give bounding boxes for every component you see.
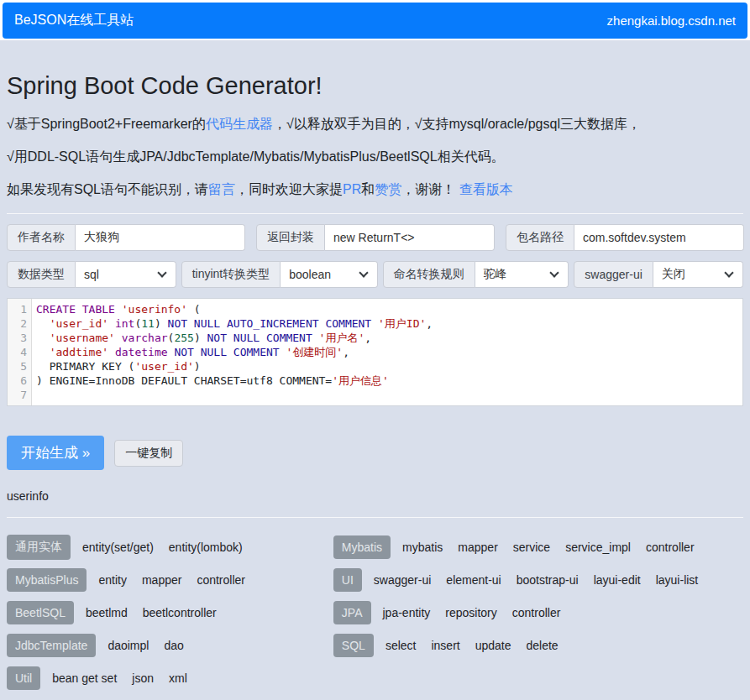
package-path-label: 包名路径 <box>506 224 574 251</box>
author-group: 作者名称 <box>7 224 245 251</box>
data-type-group: 数据类型sql <box>7 261 176 288</box>
generate-option-json[interactable]: json <box>132 671 154 685</box>
generate-option-insert[interactable]: insert <box>431 639 459 652</box>
form-row-2: 数据类型sqltinyint转换类型boolean命名转换规则驼峰swagger… <box>7 261 743 288</box>
chevron-down-icon <box>359 268 368 277</box>
code-line: CREATE TABLE 'userinfo' ( <box>36 302 742 316</box>
divider <box>7 517 743 518</box>
generate-option-select[interactable]: select <box>385 639 417 652</box>
group-badge-util[interactable]: Util <box>7 666 40 690</box>
generate-option-controller[interactable]: controller <box>512 606 561 619</box>
form-row-1: 作者名称返回封装包名路径 <box>7 224 743 251</box>
generate-option-bean-get-set[interactable]: bean get set <box>52 671 117 685</box>
generator-options-left: 通用实体entity(set/get)entity(lombok)Mybatis… <box>7 535 325 698</box>
generator-group: 通用实体entity(set/get)entity(lombok) <box>7 535 325 560</box>
chevron-down-icon <box>157 268 166 277</box>
generate-option-update[interactable]: update <box>475 639 511 652</box>
group-badge--[interactable]: 通用实体 <box>7 535 71 560</box>
generate-option-service-impl[interactable]: service_impl <box>565 541 631 554</box>
generate-option-entity-lombok-[interactable]: entity(lombok) <box>169 541 243 554</box>
top-navbar: BeJSON在线工具站 zhengkai.blog.csdn.net <box>3 3 747 39</box>
description-line-2: √用DDL-SQL语句生成JPA/JdbcTemplate/Mybatis/My… <box>7 144 743 169</box>
generate-option-layui-list[interactable]: layui-list <box>656 573 699 587</box>
generator-group: Utilbean get setjsonxml <box>7 666 325 691</box>
generate-option-xml[interactable]: xml <box>169 671 187 685</box>
return-wrapper-label: 返回封装 <box>256 224 325 251</box>
code-line: ) ENGINE=InnoDB DEFAULT CHARSET=utf8 COM… <box>36 374 742 388</box>
generate-option-mybatis[interactable]: mybatis <box>402 541 443 554</box>
description-text: ，谢谢！ <box>401 182 459 196</box>
generator-group: JPAjpa-entityrepositorycontroller <box>333 600 743 625</box>
description-text: 和 <box>361 182 375 196</box>
generator-group: UIswagger-uielement-uibootstrap-uilayui-… <box>333 567 743 593</box>
generate-option-mapper[interactable]: mapper <box>458 541 497 554</box>
tinyint-convert-type-select[interactable]: boolean <box>281 261 377 288</box>
generate-option-beetlcontroller[interactable]: beetlcontroller <box>143 606 217 619</box>
data-type-select[interactable]: sql <box>76 261 176 288</box>
generate-option-element-ui[interactable]: element-ui <box>446 573 501 587</box>
generate-option-bootstrap-ui[interactable]: bootstrap-ui <box>517 573 579 587</box>
author-label: 作者名称 <box>7 224 76 251</box>
generate-option-service[interactable]: service <box>513 541 550 554</box>
generate-option-swagger-ui[interactable]: swagger-ui <box>374 573 431 587</box>
generator-group: BeetlSQLbeetlmdbeetlcontroller <box>7 600 325 625</box>
author-input[interactable] <box>76 224 245 251</box>
group-badge-jpa[interactable]: JPA <box>333 601 371 624</box>
code-line: 'user_id' int(11) NOT NULL AUTO_INCREMEN… <box>36 316 742 331</box>
generate-option-jpa-entity[interactable]: jpa-entity <box>383 606 431 619</box>
divider <box>7 213 743 214</box>
generate-option-daoimpl[interactable]: daoimpl <box>108 639 149 652</box>
generate-option-mapper[interactable]: mapper <box>142 573 181 587</box>
data-type-label: 数据类型 <box>7 261 76 288</box>
table-tab-userinfo[interactable]: userinfo <box>7 489 49 503</box>
group-badge-sql[interactable]: SQL <box>333 634 374 657</box>
naming-rule-select[interactable]: 驼峰 <box>475 261 569 288</box>
package-path-group: 包名路径 <box>506 224 744 251</box>
code-lines: CREATE TABLE 'userinfo' ( 'user_id' int(… <box>32 299 742 405</box>
inline-link[interactable]: 查看版本 <box>459 182 513 196</box>
description-text: ，同时欢迎大家提 <box>235 182 343 196</box>
description-text: √基于SpringBoot2+Freemarker的 <box>7 117 206 131</box>
generate-option-beetlmd[interactable]: beetlmd <box>86 606 128 619</box>
page-title: Spring Boot Code Generator! <box>7 40 743 100</box>
description-text: 如果发现有SQL语句不能识别，请 <box>7 182 208 196</box>
generate-option-entity[interactable]: entity <box>98 573 126 587</box>
code-line <box>36 388 742 402</box>
package-path-input[interactable] <box>574 224 744 251</box>
generate-option-entity-set-get-[interactable]: entity(set/get) <box>82 541 154 554</box>
inline-link[interactable]: 留言 <box>208 182 235 196</box>
generate-option-dao[interactable]: dao <box>164 639 183 652</box>
group-badge-ui[interactable]: UI <box>333 568 362 592</box>
swagger-ui-select[interactable]: 关闭 <box>653 261 743 288</box>
generate-option-controller[interactable]: controller <box>646 541 695 554</box>
description-line-3: 如果发现有SQL语句不能识别，请留言，同时欢迎大家提PR和赞赏，谢谢！ 查看版本 <box>7 177 743 201</box>
inline-link[interactable]: 代码生成器 <box>206 117 273 131</box>
generate-option-controller[interactable]: controller <box>197 573 245 587</box>
data-type-selected-value: sql <box>84 268 99 281</box>
swagger-ui-selected-value: 关闭 <box>662 267 685 282</box>
swagger-ui-group: swagger-ui关闭 <box>574 261 743 288</box>
group-badge-beetlsql[interactable]: BeetlSQL <box>7 601 74 624</box>
tinyint-convert-type-selected-value: boolean <box>289 268 331 281</box>
description-text: ，√以释放双手为目的，√支持mysql/oracle/pgsql三大数据库， <box>273 117 641 131</box>
generate-option-delete[interactable]: delete <box>527 639 559 652</box>
group-badge-jdbctemplate[interactable]: JdbcTemplate <box>7 634 96 657</box>
site-brand[interactable]: BeJSON在线工具站 <box>14 12 134 29</box>
generator-group: SQLselectinsertupdatedelete <box>333 633 743 658</box>
group-badge-mybatis[interactable]: Mybatis <box>333 535 391 559</box>
inline-link[interactable]: PR <box>343 182 361 196</box>
generate-option-repository[interactable]: repository <box>445 606 496 619</box>
generate-button[interactable]: 开始生成 » <box>7 436 104 470</box>
inline-link[interactable]: 赞赏 <box>375 182 401 196</box>
generator-options: 通用实体entity(set/get)entity(lombok)Mybatis… <box>7 535 743 698</box>
blog-link[interactable]: zhengkai.blog.csdn.net <box>607 13 736 28</box>
sql-editor[interactable]: 1234567CREATE TABLE 'userinfo' ( 'user_i… <box>7 298 743 406</box>
generate-option-layui-edit[interactable]: layui-edit <box>594 573 641 587</box>
return-wrapper-input[interactable] <box>325 224 495 251</box>
tinyint-convert-type-label: tinyint转换类型 <box>181 261 281 288</box>
copy-button[interactable]: 一键复制 <box>114 440 183 467</box>
group-badge-mybatisplus[interactable]: MybatisPlus <box>7 568 87 592</box>
generator-group: MybatisPlusentitymappercontroller <box>7 567 325 593</box>
return-wrapper-group: 返回封装 <box>256 224 495 251</box>
generator-options-right: Mybatismybatismapperserviceservice_implc… <box>333 535 743 698</box>
